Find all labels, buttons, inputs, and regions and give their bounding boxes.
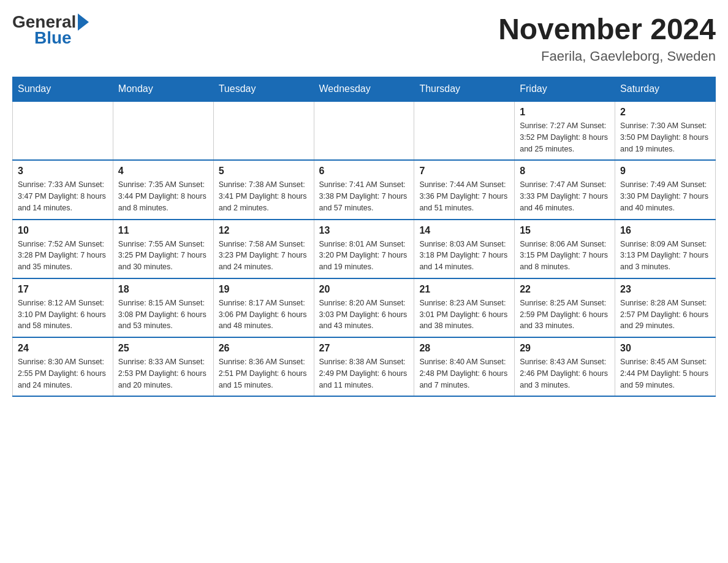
calendar-cell: 7Sunrise: 7:44 AM Sunset: 3:36 PM Daylig…: [414, 160, 515, 219]
day-info: Sunrise: 8:28 AM Sunset: 2:57 PM Dayligh…: [620, 297, 710, 332]
day-info: Sunrise: 7:52 AM Sunset: 3:28 PM Dayligh…: [18, 239, 108, 273]
calendar-cell: 3Sunrise: 7:33 AM Sunset: 3:47 PM Daylig…: [13, 160, 113, 219]
weekday-header-tuesday: Tuesday: [213, 77, 314, 102]
day-number: 25: [118, 343, 208, 354]
day-number: 18: [118, 284, 208, 295]
calendar-cell: 1Sunrise: 7:27 AM Sunset: 3:52 PM Daylig…: [515, 101, 615, 160]
day-number: 21: [419, 284, 509, 295]
day-number: 6: [319, 166, 409, 177]
calendar-cell: 9Sunrise: 7:49 AM Sunset: 3:30 PM Daylig…: [615, 160, 716, 219]
calendar-cell: 12Sunrise: 7:58 AM Sunset: 3:23 PM Dayli…: [213, 220, 314, 278]
day-number: 4: [118, 166, 208, 177]
calendar-week-row: 1Sunrise: 7:27 AM Sunset: 3:52 PM Daylig…: [13, 101, 716, 160]
calendar-cell: 16Sunrise: 8:09 AM Sunset: 3:13 PM Dayli…: [615, 220, 716, 278]
day-number: 7: [419, 166, 509, 177]
day-info: Sunrise: 7:47 AM Sunset: 3:33 PM Dayligh…: [520, 179, 610, 213]
day-info: Sunrise: 8:06 AM Sunset: 3:15 PM Dayligh…: [520, 239, 610, 273]
day-info: Sunrise: 8:03 AM Sunset: 3:18 PM Dayligh…: [419, 239, 509, 273]
calendar-week-row: 24Sunrise: 8:30 AM Sunset: 2:55 PM Dayli…: [13, 337, 716, 396]
weekday-header-wednesday: Wednesday: [314, 77, 414, 102]
day-number: 15: [520, 225, 610, 236]
calendar-cell: 25Sunrise: 8:33 AM Sunset: 2:53 PM Dayli…: [113, 337, 213, 396]
logo-blue-text: Blue: [34, 28, 72, 48]
calendar-cell: 5Sunrise: 7:38 AM Sunset: 3:41 PM Daylig…: [213, 160, 314, 219]
calendar-cell: 6Sunrise: 7:41 AM Sunset: 3:38 PM Daylig…: [314, 160, 414, 219]
page-header: General Blue November 2024 Faerila, Gaev…: [12, 12, 716, 64]
day-number: 22: [520, 284, 610, 295]
day-number: 13: [319, 225, 409, 236]
day-number: 9: [620, 166, 710, 177]
calendar-week-row: 17Sunrise: 8:12 AM Sunset: 3:10 PM Dayli…: [13, 278, 716, 337]
calendar-cell: 15Sunrise: 8:06 AM Sunset: 3:15 PM Dayli…: [515, 220, 615, 278]
day-info: Sunrise: 8:12 AM Sunset: 3:10 PM Dayligh…: [18, 297, 108, 332]
day-info: Sunrise: 7:35 AM Sunset: 3:44 PM Dayligh…: [118, 179, 208, 213]
weekday-header-row: SundayMondayTuesdayWednesdayThursdayFrid…: [13, 77, 716, 102]
calendar-cell: 18Sunrise: 8:15 AM Sunset: 3:08 PM Dayli…: [113, 278, 213, 337]
day-info: Sunrise: 8:30 AM Sunset: 2:55 PM Dayligh…: [18, 356, 108, 391]
day-info: Sunrise: 8:43 AM Sunset: 2:46 PM Dayligh…: [520, 356, 610, 391]
calendar-cell: 14Sunrise: 8:03 AM Sunset: 3:18 PM Dayli…: [414, 220, 515, 278]
calendar-cell: 13Sunrise: 8:01 AM Sunset: 3:20 PM Dayli…: [314, 220, 414, 278]
day-info: Sunrise: 8:33 AM Sunset: 2:53 PM Dayligh…: [118, 356, 208, 391]
day-number: 24: [18, 343, 108, 354]
day-info: Sunrise: 7:38 AM Sunset: 3:41 PM Dayligh…: [219, 179, 309, 213]
day-info: Sunrise: 8:23 AM Sunset: 3:01 PM Dayligh…: [419, 297, 509, 332]
day-info: Sunrise: 8:45 AM Sunset: 2:44 PM Dayligh…: [620, 356, 710, 391]
location-subtitle: Faerila, Gaevleborg, Sweden: [498, 48, 716, 64]
day-info: Sunrise: 7:49 AM Sunset: 3:30 PM Dayligh…: [620, 179, 710, 213]
day-info: Sunrise: 8:09 AM Sunset: 3:13 PM Dayligh…: [620, 239, 710, 273]
calendar-cell: 27Sunrise: 8:38 AM Sunset: 2:49 PM Dayli…: [314, 337, 414, 396]
calendar-week-row: 3Sunrise: 7:33 AM Sunset: 3:47 PM Daylig…: [13, 160, 716, 219]
day-info: Sunrise: 7:27 AM Sunset: 3:52 PM Dayligh…: [520, 120, 610, 155]
logo: General Blue: [12, 12, 89, 48]
day-number: 1: [520, 107, 610, 118]
calendar-cell: 19Sunrise: 8:17 AM Sunset: 3:06 PM Dayli…: [213, 278, 314, 337]
day-number: 29: [520, 343, 610, 354]
day-number: 28: [419, 343, 509, 354]
day-info: Sunrise: 7:44 AM Sunset: 3:36 PM Dayligh…: [419, 179, 509, 213]
calendar-cell: 28Sunrise: 8:40 AM Sunset: 2:48 PM Dayli…: [414, 337, 515, 396]
calendar-cell: 4Sunrise: 7:35 AM Sunset: 3:44 PM Daylig…: [113, 160, 213, 219]
calendar-cell: 8Sunrise: 7:47 AM Sunset: 3:33 PM Daylig…: [515, 160, 615, 219]
day-info: Sunrise: 7:33 AM Sunset: 3:47 PM Dayligh…: [18, 179, 108, 213]
calendar-cell: 24Sunrise: 8:30 AM Sunset: 2:55 PM Dayli…: [13, 337, 113, 396]
day-number: 10: [18, 225, 108, 236]
day-info: Sunrise: 7:41 AM Sunset: 3:38 PM Dayligh…: [319, 179, 409, 213]
day-number: 3: [18, 166, 108, 177]
weekday-header-friday: Friday: [515, 77, 615, 102]
day-number: 19: [219, 284, 309, 295]
day-number: 14: [419, 225, 509, 236]
weekday-header-monday: Monday: [113, 77, 213, 102]
day-info: Sunrise: 7:58 AM Sunset: 3:23 PM Dayligh…: [219, 239, 309, 273]
calendar-cell: [113, 101, 213, 160]
day-info: Sunrise: 8:40 AM Sunset: 2:48 PM Dayligh…: [419, 356, 509, 391]
day-info: Sunrise: 8:36 AM Sunset: 2:51 PM Dayligh…: [219, 356, 309, 391]
day-number: 2: [620, 107, 710, 118]
day-number: 5: [219, 166, 309, 177]
calendar-cell: 29Sunrise: 8:43 AM Sunset: 2:46 PM Dayli…: [515, 337, 615, 396]
day-info: Sunrise: 7:55 AM Sunset: 3:25 PM Dayligh…: [118, 239, 208, 273]
day-number: 16: [620, 225, 710, 236]
calendar-table: SundayMondayTuesdayWednesdayThursdayFrid…: [12, 77, 716, 397]
calendar-cell: 17Sunrise: 8:12 AM Sunset: 3:10 PM Dayli…: [13, 278, 113, 337]
day-number: 27: [319, 343, 409, 354]
day-info: Sunrise: 8:17 AM Sunset: 3:06 PM Dayligh…: [219, 297, 309, 332]
calendar-cell: [13, 101, 113, 160]
calendar-cell: [314, 101, 414, 160]
day-number: 20: [319, 284, 409, 295]
day-info: Sunrise: 8:15 AM Sunset: 3:08 PM Dayligh…: [118, 297, 208, 332]
day-number: 12: [219, 225, 309, 236]
day-info: Sunrise: 8:25 AM Sunset: 2:59 PM Dayligh…: [520, 297, 610, 332]
day-info: Sunrise: 8:38 AM Sunset: 2:49 PM Dayligh…: [319, 356, 409, 391]
calendar-cell: 20Sunrise: 8:20 AM Sunset: 3:03 PM Dayli…: [314, 278, 414, 337]
day-number: 30: [620, 343, 710, 354]
calendar-cell: 23Sunrise: 8:28 AM Sunset: 2:57 PM Dayli…: [615, 278, 716, 337]
calendar-cell: [414, 101, 515, 160]
calendar-cell: 21Sunrise: 8:23 AM Sunset: 3:01 PM Dayli…: [414, 278, 515, 337]
day-number: 26: [219, 343, 309, 354]
weekday-header-thursday: Thursday: [414, 77, 515, 102]
day-number: 8: [520, 166, 610, 177]
calendar-cell: 2Sunrise: 7:30 AM Sunset: 3:50 PM Daylig…: [615, 101, 716, 160]
calendar-cell: 30Sunrise: 8:45 AM Sunset: 2:44 PM Dayli…: [615, 337, 716, 396]
calendar-cell: 26Sunrise: 8:36 AM Sunset: 2:51 PM Dayli…: [213, 337, 314, 396]
